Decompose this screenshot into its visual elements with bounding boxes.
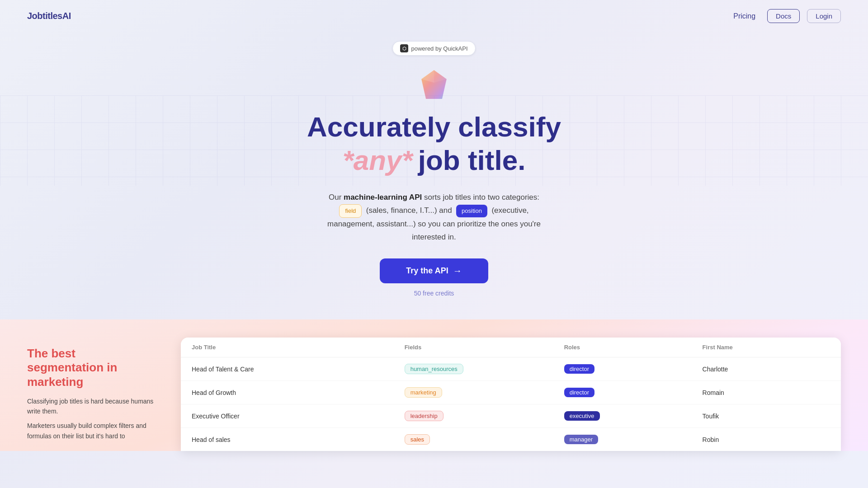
cell-job-title: Executive Officer — [192, 413, 405, 420]
table-row: Executive Officer leadership executive T… — [181, 404, 841, 428]
cell-role: director — [564, 388, 703, 397]
cell-job-title: Head of sales — [192, 436, 405, 443]
field-tag: leadership — [405, 411, 443, 421]
cell-role: director — [564, 364, 703, 374]
role-tag: director — [564, 364, 594, 374]
col-fields: Fields — [405, 344, 564, 351]
table-row: Head of sales sales manager Robin — [181, 428, 841, 451]
logo[interactable]: JobtitlesAI — [27, 11, 71, 21]
cell-role: executive — [564, 411, 703, 421]
cell-field: leadership — [405, 411, 564, 421]
left-content: The best segmentation in marketing Class… — [27, 338, 154, 446]
bottom-desc1: Classifying job titles is hard because h… — [27, 396, 154, 417]
desc-field: (sales, finance, I.T...) and — [366, 206, 452, 215]
arrow-icon: → — [453, 266, 462, 276]
desc-bold: machine-learning API — [344, 193, 422, 202]
hero-title-any: *any* — [343, 144, 413, 176]
nav-docs-button[interactable]: Docs — [767, 9, 800, 23]
gem-illustration — [416, 66, 452, 103]
bottom-title: The best segmentation in marketing — [27, 347, 154, 389]
hero-description: Our machine-learning API sorts job title… — [316, 191, 552, 244]
field-tag: sales — [405, 434, 430, 445]
field-tag: marketing — [405, 387, 442, 398]
cell-field: marketing — [405, 387, 564, 398]
role-tag: director — [564, 388, 594, 397]
col-first-name: First Name — [703, 344, 830, 351]
powered-badge[interactable]: ⬡ powered by QuickAPI — [392, 41, 475, 56]
position-badge: position — [456, 205, 487, 217]
hero-title-job: job title. — [418, 145, 526, 176]
field-tag: human_resources — [405, 364, 463, 374]
cta-credits: 50 free credits — [414, 290, 454, 297]
desc-mid: sorts job titles into two categories: — [422, 193, 539, 202]
job-table: Job Title Fields Roles First Name Head o… — [181, 338, 841, 451]
cell-role: manager — [564, 435, 703, 444]
role-tag: executive — [564, 411, 600, 421]
desc-prefix: Our — [329, 193, 344, 202]
cell-first-name: Robin — [703, 436, 830, 443]
nav-pricing[interactable]: Pricing — [729, 9, 760, 23]
table-row: Head of Talent & Care human_resources di… — [181, 357, 841, 381]
hero-title-line1: Accurately classify — [307, 112, 561, 144]
nav-login-button[interactable]: Login — [807, 9, 841, 23]
table-row: Head of Growth marketing director Romain — [181, 381, 841, 404]
hero-title-line2-wrapper: *any* job title. — [343, 144, 526, 189]
col-job-title: Job Title — [192, 344, 405, 351]
field-badge: field — [339, 204, 362, 218]
cta-label: Try the API — [406, 266, 448, 276]
cell-first-name: Romain — [703, 389, 830, 396]
role-tag: manager — [564, 435, 598, 444]
cell-field: sales — [405, 434, 564, 445]
cell-field: human_resources — [405, 364, 564, 374]
hero-section: ⬡ powered by QuickAPI Accurately classif… — [0, 32, 868, 315]
cta-button[interactable]: Try the API → — [380, 258, 488, 283]
cell-first-name: Toufik — [703, 413, 830, 420]
cell-first-name: Charlotte — [703, 366, 830, 373]
nav-links: Pricing Docs Login — [729, 9, 841, 23]
bottom-desc2: Marketers usually build complex filters … — [27, 421, 154, 441]
quickapi-icon: ⬡ — [400, 44, 408, 52]
cell-job-title: Head of Growth — [192, 389, 405, 396]
cell-job-title: Head of Talent & Care — [192, 366, 405, 373]
table-header: Job Title Fields Roles First Name — [181, 338, 841, 357]
bottom-section: The best segmentation in marketing Class… — [0, 319, 868, 451]
col-roles: Roles — [564, 344, 703, 351]
powered-label: powered by QuickAPI — [411, 45, 467, 52]
navbar: JobtitlesAI Pricing Docs Login — [0, 0, 868, 32]
